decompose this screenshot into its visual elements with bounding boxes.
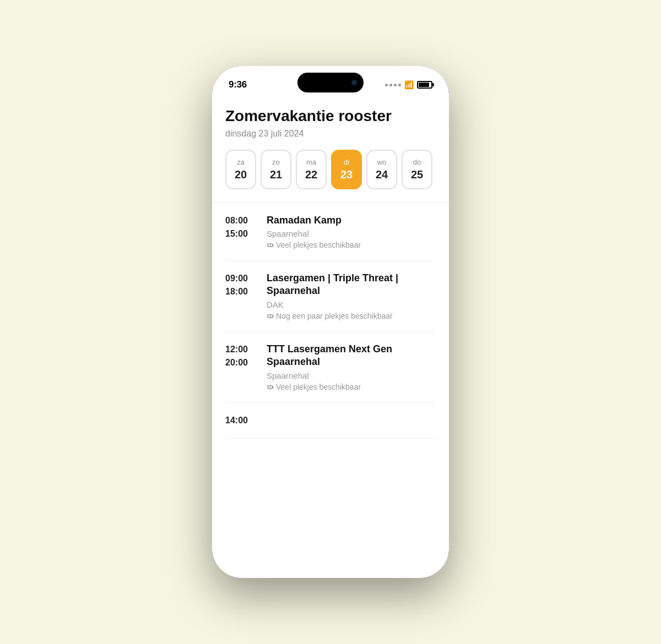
day-item-25[interactable]: do25 [402,150,432,189]
status-time: 9:36 [229,79,247,90]
event-item-1[interactable]: 09:0018:00Lasergamen | Triple Threat | S… [225,261,436,332]
day-number-0: 20 [235,168,247,181]
event-availability-0: Veel plekjes beschikbaar [267,241,436,249]
signal-dot-3 [394,84,397,86]
event-times-2: 12:0020:00 [225,343,256,369]
day-name-0: za [237,158,245,166]
day-number-4: 24 [376,168,388,181]
phone-wrapper: 9:36 📶 Zomervakantie rooster dinsda [212,66,449,578]
event-details-0: Ramadan KampSpaarnehalVeel plekjes besch… [267,214,436,249]
signal-dots [385,84,401,86]
event-partial-time: 14:00 [225,414,256,427]
page-title: Zomervakantie rooster [225,107,436,125]
battery-icon [417,81,432,89]
day-item-24[interactable]: wo24 [366,150,397,189]
event-end-time-1: 18:00 [225,285,256,298]
event-times-1: 09:0018:00 [225,272,256,298]
day-number-2: 22 [305,168,317,181]
day-item-21[interactable]: zo21 [261,150,291,189]
event-item-partial: 14:00 [225,403,436,439]
screen: 9:36 📶 Zomervakantie rooster dinsda [212,66,449,578]
wifi-icon: 📶 [404,80,414,89]
event-title-0: Ramadan Kamp [267,214,436,227]
event-list: 08:0015:00Ramadan KampSpaarnehalVeel ple… [225,203,436,439]
event-availability-2: Veel plekjes beschikbaar [267,383,436,391]
event-details-1: Lasergamen | Triple Threat | SpaarnehalD… [267,272,436,320]
dynamic-island [297,73,364,92]
day-name-1: zo [272,158,280,166]
event-start-time-0: 08:00 [225,214,256,227]
day-name-4: wo [377,158,387,166]
event-location-0: Spaarnehal [267,229,436,238]
event-title-2: TTT Lasergamen Next Gen Spaarnehal [267,343,436,369]
event-start-time-2: 12:00 [225,343,256,356]
event-times-0: 08:0015:00 [225,214,256,241]
day-item-22[interactable]: ma22 [296,150,327,189]
day-number-1: 21 [270,168,282,181]
page-subtitle: dinsdag 23 juli 2024 [225,129,436,139]
day-name-5: do [413,158,421,166]
event-title-1: Lasergamen | Triple Threat | Spaarnehal [267,272,436,298]
day-number-3: 23 [340,168,353,181]
event-availability-1: Nog een paar plekjes beschikbaar [267,312,436,320]
day-number-5: 25 [411,168,423,181]
event-end-time-2: 20:00 [225,356,256,369]
day-selector: za20zo21ma22di23wo24do25vr26za27 [225,150,436,192]
status-icons: 📶 [385,80,432,89]
event-location-1: DAK [267,300,436,309]
signal-dot-4 [398,84,401,86]
event-details-2: TTT Lasergamen Next Gen SpaarnehalSpaarn… [267,343,436,391]
dynamic-island-dot [351,80,357,85]
status-bar: 9:36 📶 [212,66,449,96]
day-name-2: ma [306,158,316,166]
event-end-time-0: 15:00 [225,227,256,241]
event-location-2: Spaarnehal [267,371,436,380]
day-item-23[interactable]: di23 [331,150,362,189]
event-item-2[interactable]: 12:0020:00TTT Lasergamen Next Gen Spaarn… [225,332,436,403]
signal-dot-2 [389,84,392,86]
event-item-0[interactable]: 08:0015:00Ramadan KampSpaarnehalVeel ple… [225,203,436,261]
battery-fill [419,83,429,87]
day-name-3: di [344,158,349,166]
event-start-time-1: 09:00 [225,272,256,285]
day-item-20[interactable]: za20 [225,150,256,189]
signal-dot-1 [385,84,388,86]
app-content[interactable]: Zomervakantie rooster dinsdag 23 juli 20… [212,96,449,578]
